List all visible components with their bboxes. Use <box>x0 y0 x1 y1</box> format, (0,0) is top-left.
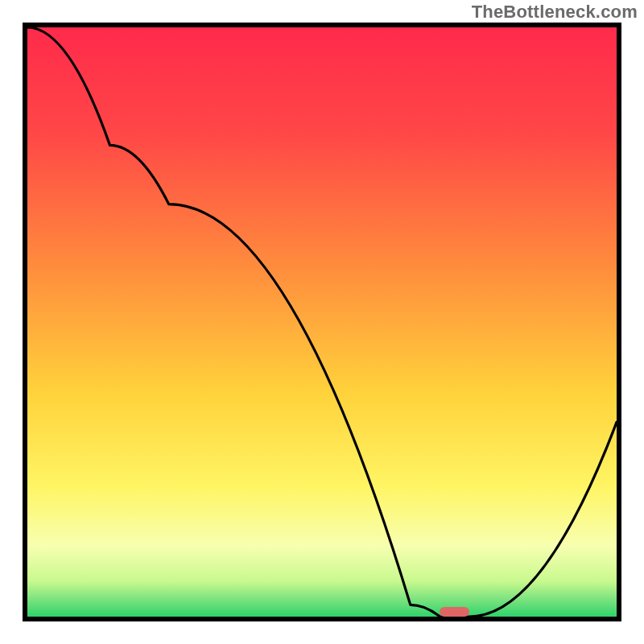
gradient-background <box>27 27 617 617</box>
watermark-text: TheBottleneck.com <box>472 2 638 23</box>
plot-area <box>23 23 621 621</box>
optimum-marker <box>440 607 469 617</box>
chart-frame: TheBottleneck.com <box>0 0 644 644</box>
chart-svg <box>27 27 617 617</box>
